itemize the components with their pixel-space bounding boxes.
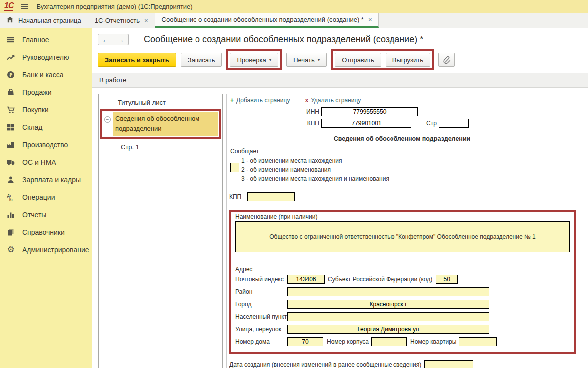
check-label: Проверка <box>237 56 266 64</box>
report-code-field[interactable] <box>230 163 239 172</box>
dt-kt-icon: ДтКт <box>6 193 15 201</box>
str-field[interactable] <box>439 119 469 128</box>
gear-icon: ⚙ <box>6 245 15 254</box>
back-button[interactable]: ← <box>98 34 113 45</box>
sidebar-item-otchety[interactable]: Отчеты <box>0 206 92 223</box>
section-heading: Сведения об обособленном подразделении <box>229 135 575 142</box>
sidebar-item-label: Продажи <box>22 88 51 96</box>
annotation-box-check: Проверка ▾ <box>226 49 282 70</box>
kpp2-field[interactable] <box>247 192 295 201</box>
tab-1c-reporting[interactable]: 1С-Отчетность × <box>88 13 155 28</box>
region-label: Субъект Российской Федерации (код) <box>328 276 432 283</box>
city-field[interactable] <box>287 300 489 309</box>
tree-item-title-sheet[interactable]: Титульный лист <box>99 99 222 106</box>
option-1: 1 - об изменении места нахождения <box>241 157 389 164</box>
history-nav: ← → <box>98 34 129 45</box>
tree-item-page-1[interactable]: Стр. 1 <box>99 143 222 151</box>
sidebar-item-prodazhi[interactable]: Продажи <box>0 83 92 101</box>
svg-text:₽: ₽ <box>9 72 13 77</box>
tab-home[interactable]: Начальная страница <box>0 13 88 28</box>
option-2: 2 - об изменении наименования <box>241 166 389 173</box>
tab-label: 1С-Отчетность <box>95 17 140 24</box>
form-panel: + Добавить страницу x Удалить страницу И… <box>226 94 588 368</box>
sidebar-item-sklad[interactable]: Склад <box>0 118 92 136</box>
sidebar-item-os-nma[interactable]: ОС и НМА <box>0 153 92 171</box>
document-content: Титульный лист − Сведения об обособленно… <box>92 88 588 368</box>
postal-field[interactable] <box>287 275 325 284</box>
sidebar-item-label: Администрирование <box>22 246 89 254</box>
creation-date-label: Дата создания (внесения изменений в ране… <box>229 361 421 368</box>
sidebar-item-administrirovanie[interactable]: ⚙ Администрирование <box>0 241 92 258</box>
tab-label: Сообщение о создании обособленных подраз… <box>162 16 364 23</box>
cart-icon <box>6 106 15 114</box>
chevron-down-icon: ▾ <box>318 57 320 62</box>
delete-page-link[interactable]: x Удалить страницу <box>305 97 361 104</box>
sidebar-item-label: Операции <box>22 193 55 201</box>
building-field[interactable] <box>371 337 407 346</box>
print-dropdown-button[interactable]: Печать ▾ <box>286 53 327 67</box>
close-tab-icon[interactable]: × <box>144 17 148 24</box>
district-field[interactable] <box>287 287 489 296</box>
name-label: Наименование (при наличии) <box>235 213 570 220</box>
apartment-label: Номер квартиры <box>410 338 456 345</box>
inn-label: ИНН <box>229 108 321 115</box>
sidebar-item-zarplata-kadry[interactable]: Зарплата и кадры <box>0 171 92 188</box>
check-dropdown-button[interactable]: Проверка ▾ <box>230 53 278 67</box>
sidebar-item-label: Руководителю <box>22 53 69 61</box>
sidebar-item-bank-kassa[interactable]: ₽ Банк и касса <box>0 66 92 83</box>
save-button[interactable]: Записать <box>181 53 222 67</box>
sidebar-item-glavnoe[interactable]: Главное <box>0 31 92 48</box>
sidebar-item-label: Покупки <box>22 106 49 114</box>
inn-field[interactable] <box>321 107 418 116</box>
export-button[interactable]: Выгрузить <box>386 53 430 67</box>
tree-item-selected-section[interactable]: Сведения об обособленном подразделении <box>113 112 218 136</box>
save-and-close-button[interactable]: Записать и закрыть <box>98 53 176 67</box>
settlement-field[interactable] <box>287 312 489 321</box>
main-menu-icon[interactable] <box>20 2 28 10</box>
sidebar-item-label: Банк и касса <box>22 71 63 79</box>
sidebar-item-proizvodstvo[interactable]: Производство <box>0 136 92 153</box>
add-page-link[interactable]: + Добавить страницу <box>230 97 290 104</box>
window-titlebar: 1С Бухгалтерия предприятия (демо) (1С:Пр… <box>0 0 588 13</box>
page-title: Сообщение о создании обособленных подраз… <box>144 34 423 45</box>
add-page-label: Добавить страницу <box>236 97 290 104</box>
sidebar-nav: Главное Руководителю ₽ Банк и касса Прод… <box>0 28 92 368</box>
option-3: 3 - об изменении места нахождения и наим… <box>241 175 389 182</box>
attachments-button[interactable] <box>438 53 455 67</box>
delete-page-label: Удалить страницу <box>311 97 361 104</box>
sidebar-item-label: Склад <box>22 123 43 131</box>
settlement-label: Населенный пункт <box>235 313 287 320</box>
building-label: Номер корпуса <box>327 338 369 345</box>
send-button[interactable]: Отправить <box>335 53 381 67</box>
tab-label: Начальная страница <box>18 17 81 24</box>
sidebar-item-operacii[interactable]: ДтКт Операции <box>0 188 92 206</box>
x-icon: x <box>305 97 308 104</box>
factory-icon <box>6 141 15 149</box>
collapse-icon[interactable]: − <box>104 116 111 123</box>
house-label: Номер дома <box>235 338 287 345</box>
str-label: Стр <box>426 120 439 127</box>
creation-date-field[interactable] <box>424 360 473 368</box>
district-label: Район <box>235 288 287 295</box>
street-field[interactable] <box>287 325 489 334</box>
status-in-progress-link[interactable]: В работе <box>99 76 126 84</box>
name-field[interactable]: Общество с ограниченной ответственностью… <box>235 221 570 252</box>
document-header: ← → Сообщение о создании обособленных по… <box>92 28 588 48</box>
apartment-field[interactable] <box>459 337 497 346</box>
tab-message-document[interactable]: Сообщение о создании обособленных подраз… <box>155 13 379 28</box>
tab-bar: Начальная страница 1С-Отчетность × Сообщ… <box>0 13 588 28</box>
kpp-field[interactable] <box>321 119 411 128</box>
region-code-field[interactable] <box>436 275 458 284</box>
sidebar-item-pokupki[interactable]: Покупки <box>0 101 92 118</box>
close-tab-icon[interactable]: × <box>368 16 372 23</box>
status-strip: В работе <box>92 73 588 88</box>
sidebar-item-spravochniki[interactable]: Справочники <box>0 223 92 241</box>
forward-button[interactable]: → <box>113 34 129 45</box>
house-field[interactable] <box>287 337 323 346</box>
person-icon <box>6 176 15 184</box>
sidebar-item-rukovoditelyu[interactable]: Руководителю <box>0 48 92 66</box>
svg-text:Кт: Кт <box>9 198 13 201</box>
print-label: Печать <box>293 56 315 64</box>
sidebar-item-label: Главное <box>22 36 49 44</box>
sidebar-item-label: Производство <box>22 141 68 149</box>
